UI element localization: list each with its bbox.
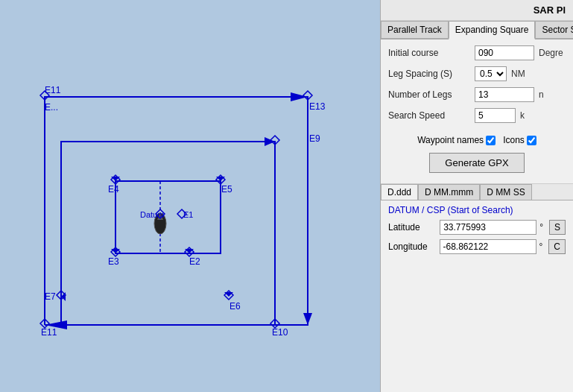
svg-text:E10: E10 xyxy=(272,327,288,338)
initial-course-unit: Degre xyxy=(539,48,563,58)
waypoint-names-checkbox[interactable] xyxy=(486,136,496,145)
longitude-input[interactable] xyxy=(440,239,536,254)
svg-rect-0 xyxy=(0,0,380,392)
num-legs-unit: n xyxy=(539,89,544,100)
tab-sector-search[interactable]: Sector Sea... xyxy=(535,21,573,38)
leg-spacing-row: Leg Spacing (S) 0.5 1.0 1.5 2.0 NM xyxy=(388,66,566,81)
svg-text:E9: E9 xyxy=(309,133,320,144)
search-speed-input[interactable] xyxy=(475,108,516,123)
latitude-label: Latitude xyxy=(388,222,437,233)
longitude-deg: ° xyxy=(539,241,543,252)
icons-checkbox[interactable] xyxy=(527,136,536,145)
svg-text:E6: E6 xyxy=(229,301,241,312)
num-legs-input[interactable] xyxy=(475,87,534,102)
num-legs-label: Number of Legs xyxy=(388,89,470,100)
coord-tab-dddd[interactable]: D.ddd xyxy=(381,184,418,200)
tab-parallel-track[interactable]: Parallel Track xyxy=(381,21,449,38)
latitude-deg: ° xyxy=(539,222,543,233)
coord-tab-dmm[interactable]: D MM.mmm xyxy=(418,184,480,200)
initial-course-input[interactable] xyxy=(475,45,534,60)
coord-section-title: DATUM / CSP (Start of Search) xyxy=(388,205,566,215)
search-speed-unit: k xyxy=(520,110,525,121)
waypoint-row: Waypoint names Icons xyxy=(388,129,566,148)
leg-spacing-select[interactable]: 0.5 1.0 1.5 2.0 xyxy=(475,66,507,81)
svg-text:E...: E... xyxy=(45,102,58,113)
generate-gpx-button[interactable]: Generate GPX xyxy=(429,153,524,173)
initial-course-row: Initial course Degre xyxy=(388,45,566,60)
waypoint-names-label[interactable]: Waypoint names xyxy=(417,135,496,145)
search-speed-row: Search Speed k xyxy=(388,108,566,123)
svg-text:E7: E7 xyxy=(45,291,56,302)
form-area: Initial course Degre Leg Spacing (S) 0.5… xyxy=(381,39,573,184)
leg-spacing-label: Leg Spacing (S) xyxy=(388,69,470,79)
coord-area: DATUM / CSP (Start of Search) Latitude °… xyxy=(381,200,573,263)
leg-spacing-unit: NM xyxy=(511,69,525,79)
svg-text:E13: E13 xyxy=(309,101,326,112)
tab-expanding-square[interactable]: Expanding Square xyxy=(449,21,536,39)
right-panel: SAR Pl Parallel Track Expanding Square S… xyxy=(380,0,573,392)
coord-tab-dmmss[interactable]: D MM SS xyxy=(480,184,531,200)
latitude-row: Latitude ° S xyxy=(388,220,566,235)
sar-canvas[interactable]: E11 E... E13 E9 E7 E6 E10 E11 E4 E5 E3 E… xyxy=(0,0,380,392)
svg-text:E3: E3 xyxy=(108,256,119,267)
longitude-set-button[interactable]: C xyxy=(548,239,566,254)
latitude-input[interactable] xyxy=(440,220,536,235)
coord-tabs: D.ddd D MM.mmm D MM SS xyxy=(381,184,573,200)
icons-label[interactable]: Icons xyxy=(503,135,536,145)
latitude-set-button[interactable]: S xyxy=(549,220,566,235)
waypoint-names-text: Waypoint names xyxy=(417,135,484,145)
svg-text:E2: E2 xyxy=(189,256,200,267)
svg-text:E11: E11 xyxy=(41,327,57,338)
sar-diagram: E11 E... E13 E9 E7 E6 E10 E11 E4 E5 E3 E… xyxy=(0,0,380,392)
longitude-row: Longitude ° C xyxy=(388,239,566,254)
search-speed-label: Search Speed xyxy=(388,110,470,121)
panel-title: SAR Pl xyxy=(381,0,573,21)
main-tabs: Parallel Track Expanding Square Sector S… xyxy=(381,21,573,39)
num-legs-row: Number of Legs n xyxy=(388,87,566,102)
svg-text:E4: E4 xyxy=(108,184,119,195)
longitude-label: Longitude xyxy=(388,241,437,252)
initial-course-label: Initial course xyxy=(388,48,470,58)
icons-text: Icons xyxy=(503,135,525,145)
svg-text:E5: E5 xyxy=(221,184,232,195)
